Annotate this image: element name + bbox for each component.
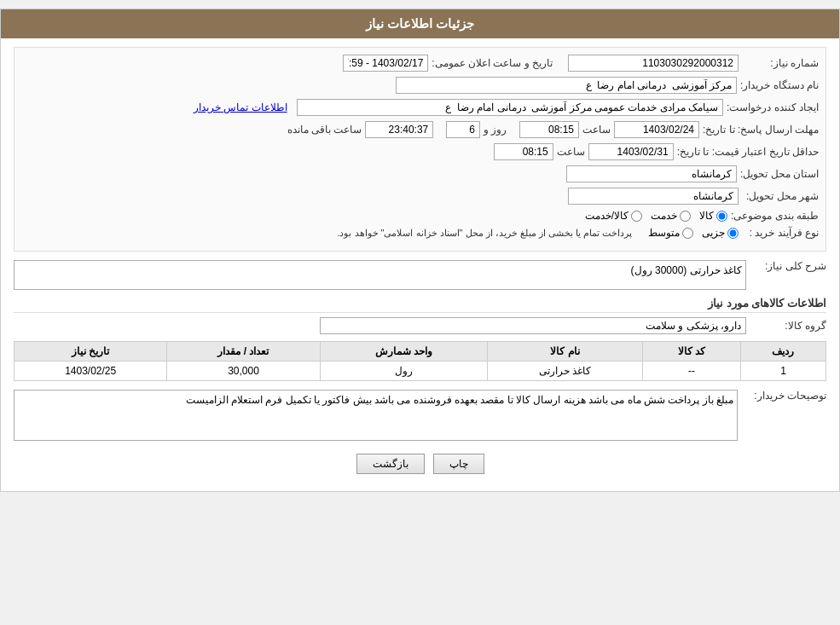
group-kala-label: گروه کالا:	[750, 320, 826, 332]
back-button[interactable]: بازگشت	[356, 454, 425, 474]
tarikh-aelan-input[interactable]	[343, 55, 428, 72]
tabaqe-label: طبقه بندی موضوعی:	[731, 210, 819, 222]
hadaqal-time-input[interactable]	[494, 143, 553, 160]
shahr-label: شهر محل تحویل:	[742, 190, 819, 202]
radio-kala-khedmat[interactable]	[631, 211, 642, 222]
shahr-input[interactable]	[568, 188, 739, 205]
page-title: جزئیات اطلاعات نیاز	[1, 9, 839, 38]
col-tarikh-niaz: تاریخ نیاز	[14, 342, 167, 362]
cell-nam-kala: کاغذ حرارتی	[487, 362, 642, 381]
table-row: 1 -- کاغذ حرارتی رول 30,000 1403/02/25	[14, 362, 826, 381]
mohlat-label: مهلت ارسال پاسخ: تا تاریخ:	[703, 124, 819, 136]
radio-khedmat-label[interactable]: خدمت	[651, 210, 691, 222]
col-radif: ردیف	[740, 342, 826, 362]
ostan-input[interactable]	[566, 165, 737, 182]
radio-jozii[interactable]	[727, 228, 739, 239]
radio-jozii-text: جزیی	[702, 227, 725, 239]
col-nam-kala: نام کالا	[487, 342, 642, 362]
tossihat-textarea[interactable]: مبلغ باز پرداخت شش ماه می باشد هزینه ارس…	[14, 390, 738, 441]
hadaqal-label: حداقل تاریخ اعتبار قیمت: تا تاریخ:	[677, 146, 819, 158]
ostan-label: استان محل تحویل:	[740, 168, 819, 180]
radio-kala-label[interactable]: کالا	[699, 210, 727, 222]
saatmande-label: ساعت باقی مانده	[287, 124, 362, 136]
radio-motevaset-label[interactable]: متوسط	[648, 227, 693, 239]
saat-label2: ساعت	[557, 146, 585, 158]
ettelaat-kala-title: اطلاعات کالاهای مورد نیاز	[14, 297, 826, 313]
cell-tedad: 30,000	[167, 362, 320, 381]
radio-khedmat-text: خدمت	[651, 210, 677, 222]
items-table: ردیف کد کالا نام کالا واحد شمارش تعداد /…	[14, 341, 826, 381]
col-vahed: واحد شمارش	[320, 342, 487, 362]
radio-kala-khedmat-text: کالا/خدمت	[585, 210, 629, 222]
ijad-konnande-input[interactable]	[297, 99, 723, 116]
radio-motevaset[interactable]	[682, 228, 693, 239]
noe-farayand-note: پرداخت تمام یا بخشی از مبلغ خرید، از محل…	[337, 228, 632, 239]
radio-jozii-label[interactable]: جزیی	[702, 227, 739, 239]
shomare-niaz-input[interactable]	[568, 55, 739, 72]
radio-kala[interactable]	[716, 211, 727, 222]
ettelaat-tamas-link[interactable]: اطلاعات تماس خریدار	[194, 101, 287, 113]
mohlat-time-input[interactable]	[519, 121, 579, 138]
nam-dastgah-input[interactable]	[396, 77, 737, 94]
radio-motevaset-text: متوسط	[648, 227, 680, 239]
sharh-kolli-label: شرح کلی نیاز:	[750, 260, 826, 272]
sharh-kolli-textarea[interactable]: کاغذ حرارتی (30000 رول)	[14, 260, 746, 290]
nam-dastgah-label: نام دستگاه خریدار:	[740, 79, 819, 91]
col-tedad: تعداد / مقدار	[167, 342, 320, 362]
ijad-konnande-label: ایجاد کننده درخواست:	[727, 101, 819, 113]
mohlat-rooz-input[interactable]	[446, 121, 480, 138]
cell-kod-kala: --	[643, 362, 741, 381]
col-kod-kala: کد کالا	[643, 342, 741, 362]
hadaqal-date-input[interactable]	[588, 143, 674, 160]
shomare-niaz-label: شماره نیاز:	[742, 57, 819, 69]
radio-kala-khedmat-label[interactable]: کالا/خدمت	[585, 210, 642, 222]
mohlat-date-input[interactable]	[614, 121, 699, 138]
print-button[interactable]: چاپ	[433, 454, 484, 474]
mohlat-mande-input[interactable]	[365, 121, 433, 138]
tarikh-aelan-label: تاریخ و ساعت اعلان عمومی:	[432, 57, 553, 69]
radio-kala-text: کالا	[699, 210, 714, 222]
rooz-label: روز و	[484, 124, 507, 136]
cell-tarikh-niaz: 1403/02/25	[14, 362, 167, 381]
noe-farayand-label: نوع فرآیند خرید :	[742, 227, 819, 239]
group-kala-input[interactable]	[320, 317, 746, 334]
radio-khedmat[interactable]	[680, 211, 691, 222]
tossihat-label: توصیحات خریدار:	[741, 390, 826, 402]
cell-radif: 1	[740, 362, 826, 381]
cell-vahed: رول	[320, 362, 487, 381]
saat-label: ساعت	[582, 124, 611, 136]
